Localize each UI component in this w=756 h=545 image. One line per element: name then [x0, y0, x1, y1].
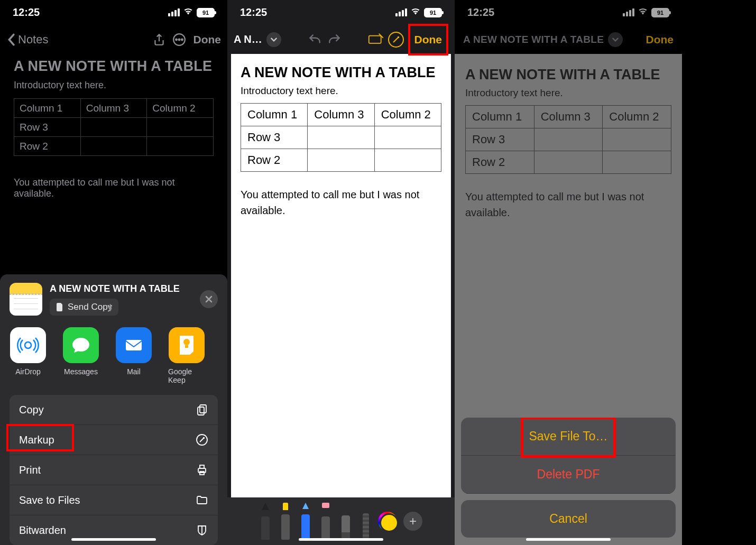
- close-icon[interactable]: [200, 290, 218, 308]
- note-intro: Introductory text here.: [14, 80, 214, 91]
- wifi-icon: [183, 6, 193, 19]
- action-markup[interactable]: Markup: [10, 425, 218, 455]
- send-copy-selector[interactable]: Send Copy ▲▼: [50, 299, 118, 316]
- tool-lasso[interactable]: [340, 503, 352, 540]
- signal-icon: [395, 8, 407, 16]
- add-button[interactable]: +: [403, 512, 422, 531]
- svg-point-3: [181, 39, 183, 40]
- app-mail[interactable]: Mail: [115, 327, 152, 384]
- action-print[interactable]: Print: [10, 455, 218, 485]
- home-indicator[interactable]: [299, 538, 383, 541]
- phone-1: 12:25 91 Notes Done A NEW NOTE WITH A TA…: [0, 0, 227, 545]
- svg-point-6: [183, 339, 190, 345]
- page-intro: Introductory text here.: [241, 85, 441, 97]
- home-indicator[interactable]: [71, 538, 156, 541]
- svg-point-4: [25, 342, 31, 348]
- more-icon[interactable]: [169, 30, 189, 50]
- svg-rect-8: [200, 405, 206, 413]
- action-save-file-to[interactable]: Save File To…: [461, 418, 676, 456]
- note-app-icon: [10, 283, 42, 316]
- done-button[interactable]: Done: [408, 24, 449, 56]
- markup-toggle-icon[interactable]: [388, 32, 404, 48]
- tool-highlighter[interactable]: [280, 503, 291, 540]
- wifi-icon: [410, 6, 421, 19]
- nav-bar: Notes Done: [0, 25, 227, 54]
- page-table: Column 1Column 3Column 2 Row 3 Row 2: [241, 103, 441, 172]
- tool-pen[interactable]: [260, 503, 271, 540]
- app-whatsapp[interactable]: Wh: [221, 327, 227, 384]
- back-label: Notes: [18, 33, 48, 47]
- svg-rect-9: [198, 407, 204, 415]
- phone-2: 12:25 91 A N… Done A NEW NOTE WITH A TAB…: [227, 0, 455, 545]
- page-paragraph: You attempted to call me but I was not a…: [241, 187, 441, 218]
- phone-3: 12:25 91 A NEW NOTE WITH A TABLE Done A …: [455, 0, 682, 545]
- home-indicator[interactable]: [526, 538, 611, 541]
- back-button[interactable]: Notes: [6, 33, 48, 47]
- markup-nav: A N… Done: [227, 25, 455, 54]
- svg-rect-12: [200, 465, 204, 468]
- svg-point-1: [176, 39, 177, 40]
- svg-rect-14: [368, 35, 381, 43]
- share-title: A NEW NOTE WITH A TABLE: [50, 283, 180, 294]
- autoshape-icon[interactable]: [368, 33, 384, 47]
- share-actions-list: Copy Markup Print Save to Files Bitwarde…: [10, 395, 218, 545]
- status-time: 12:25: [13, 6, 40, 19]
- app-google-keep[interactable]: Google Keep: [168, 327, 205, 384]
- tool-eraser[interactable]: [320, 503, 331, 540]
- signal-icon: [168, 8, 180, 16]
- action-copy[interactable]: Copy: [10, 395, 218, 425]
- note-paragraph: You attempted to call me but I was not a…: [14, 177, 214, 199]
- note-table: Column 1Column 3Column 2 Row 3 Row 2: [14, 98, 214, 156]
- app-messages[interactable]: Messages: [62, 327, 99, 384]
- action-sheet: Save File To… Delete PDF Cancel: [461, 418, 676, 538]
- color-picker[interactable]: [378, 512, 397, 531]
- share-sheet: A NEW NOTE WITH A TABLE Send Copy ▲▼ Air…: [0, 274, 227, 545]
- svg-point-2: [178, 39, 180, 40]
- tool-ruler[interactable]: [360, 503, 372, 540]
- file-name[interactable]: A N…: [234, 33, 262, 45]
- svg-rect-13: [200, 472, 204, 475]
- share-icon[interactable]: [149, 30, 169, 50]
- redo-icon[interactable]: [327, 32, 343, 48]
- action-save-to-files[interactable]: Save to Files: [10, 485, 218, 515]
- tool-pencil[interactable]: [300, 503, 311, 540]
- undo-icon[interactable]: [307, 32, 322, 48]
- app-airdrop[interactable]: AirDrop: [10, 327, 47, 384]
- note-title: A NEW NOTE WITH A TABLE: [14, 58, 214, 75]
- svg-rect-5: [126, 340, 142, 350]
- pdf-page[interactable]: A NEW NOTE WITH A TABLE Introductory tex…: [231, 54, 451, 497]
- action-delete-pdf[interactable]: Delete PDF: [461, 456, 676, 494]
- share-apps-row[interactable]: AirDrop Messages Mail Google Keep Wh: [0, 324, 227, 395]
- chevron-down-icon[interactable]: [266, 32, 281, 47]
- status-bar: 12:25 91: [227, 0, 455, 25]
- svg-rect-7: [185, 345, 188, 348]
- page-title: A NEW NOTE WITH A TABLE: [241, 64, 441, 81]
- action-cancel[interactable]: Cancel: [461, 500, 676, 538]
- battery-icon: 91: [197, 8, 215, 17]
- battery-icon: 91: [424, 8, 442, 17]
- done-button[interactable]: Done: [193, 33, 222, 46]
- status-bar: 12:25 91: [0, 0, 227, 25]
